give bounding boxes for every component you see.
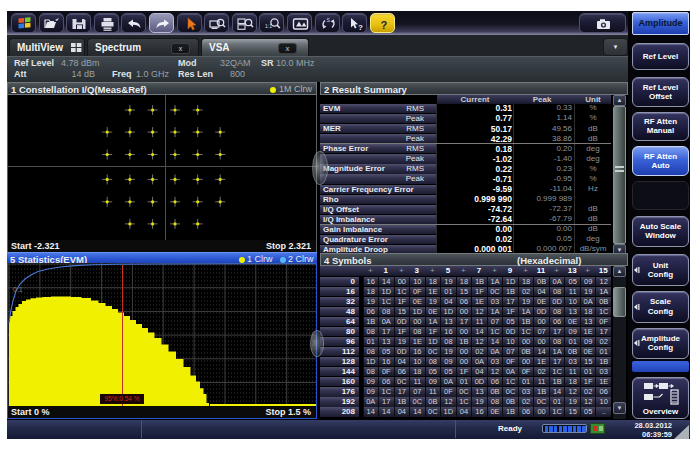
- svg-text:?: ?: [358, 23, 363, 32]
- svg-text:S: S: [326, 17, 330, 23]
- svg-text:?: ?: [380, 19, 387, 31]
